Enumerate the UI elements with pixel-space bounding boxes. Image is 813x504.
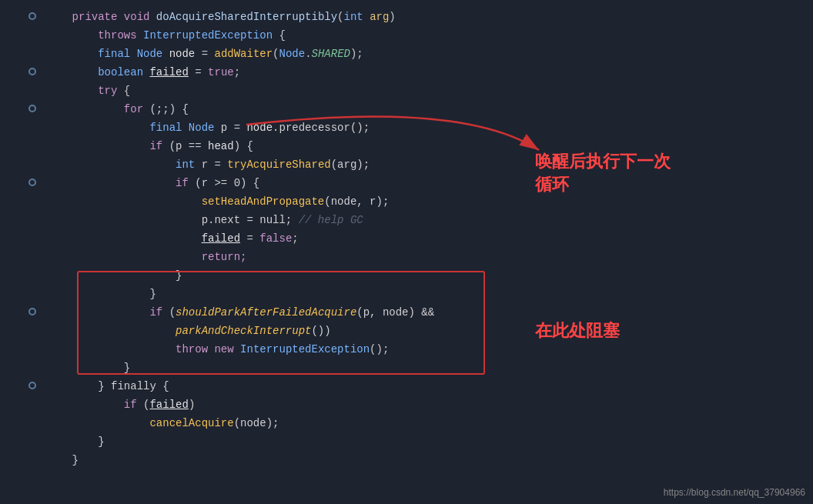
token-ident-underline: failed <box>149 66 188 78</box>
token-comment: // help GC <box>292 214 363 226</box>
gutter-dot <box>28 68 36 75</box>
token-kw: if <box>149 306 162 319</box>
token-kw: void <box>124 11 150 23</box>
token-default-text <box>162 48 169 60</box>
token-kw-blue: int <box>344 11 363 23</box>
code-line: if (shouldParkAfterFailedAcquire(p, node… <box>0 303 813 322</box>
code-content: for (;;) { <box>42 101 813 118</box>
gutter-dot <box>28 105 36 112</box>
token-ident: head <box>208 140 234 152</box>
token-punct: ; <box>234 66 240 78</box>
token-kw: throws <box>98 29 136 42</box>
code-content: final Node node = addWaiter(Node.SHARED)… <box>42 45 813 62</box>
code-content: } <box>42 433 813 450</box>
token-punct: ( <box>337 11 343 23</box>
token-punct: (); <box>370 343 389 355</box>
token-class-name: InterruptedException <box>143 29 273 42</box>
token-kw-blue: boolean <box>98 66 143 78</box>
code-content: } finally { <box>42 378 813 395</box>
code-line: } <box>0 359 813 377</box>
token-default-text: (node, r); <box>324 195 389 208</box>
token-default-text <box>234 343 240 355</box>
code-content: setHeadAndPropagate(node, r); <box>42 193 813 210</box>
token-class-name: Node <box>189 122 215 134</box>
code-content: final Node p = node.predecessor(); <box>42 119 813 136</box>
token-default-text: } <box>124 362 130 374</box>
token-default-text: r = <box>195 159 227 171</box>
token-default-text: } finally { <box>98 380 169 392</box>
code-line: } <box>0 285 813 303</box>
code-line: return; <box>0 248 813 266</box>
token-default-text: (arg); <box>331 159 370 171</box>
token-default-text: } <box>98 436 104 448</box>
token-default-text: (;;) { <box>143 103 189 115</box>
token-punct: ); <box>350 48 363 60</box>
code-line: throw new InterruptedException(); <box>0 340 813 359</box>
token-kw-blue: final <box>98 48 130 60</box>
token-default-text: (p, node) && <box>356 306 434 319</box>
token-default-text: = <box>189 66 208 78</box>
token-method: addWaiter <box>214 48 273 60</box>
code-content: throws InterruptedException { <box>42 27 813 44</box>
code-content: private void doAcquireSharedInterruptibl… <box>42 8 813 25</box>
token-default-text: } <box>176 269 182 282</box>
token-kw: for <box>124 103 143 115</box>
token-kw: private <box>72 11 118 23</box>
token-default-text: } <box>72 454 79 466</box>
token-param: arg <box>370 11 389 23</box>
code-content: try { <box>42 82 813 99</box>
token-default-text: p = <box>214 122 246 134</box>
code-content: if (shouldParkAfterFailedAcquire(p, node… <box>42 304 813 321</box>
token-default-text: (node); <box>234 417 279 429</box>
code-content: } <box>42 285 813 302</box>
gutter-dot-container <box>0 68 42 75</box>
token-method: setHeadAndPropagate <box>202 195 325 208</box>
code-line: setHeadAndPropagate(node, r); <box>0 192 813 211</box>
token-default-text: } <box>149 288 156 300</box>
token-kw: new <box>214 343 233 355</box>
gutter-dot-container <box>0 105 42 112</box>
code-line: try { <box>0 82 813 100</box>
gutter-dot <box>28 308 36 315</box>
code-line: boolean failed = true; <box>0 63 813 82</box>
token-default-text <box>182 122 188 134</box>
token-default-text: ()) <box>311 325 330 337</box>
code-content: if (failed) <box>42 396 813 413</box>
code-content: } <box>42 452 813 469</box>
code-line: private void doAcquireSharedInterruptibl… <box>0 8 813 26</box>
code-line: } finally { <box>0 377 813 396</box>
token-punct: { <box>117 85 130 97</box>
code-line: } <box>0 266 813 285</box>
token-method: tryAcquireShared <box>227 159 330 171</box>
token-kw: if <box>124 399 137 411</box>
token-ident: node <box>246 122 273 134</box>
code-line: final Node p = node.predecessor(); <box>0 118 813 137</box>
code-area: private void doAcquireSharedInterruptibl… <box>0 0 813 504</box>
gutter-dot <box>28 179 36 186</box>
token-kw: if <box>149 140 162 152</box>
token-default-text: ) { <box>234 140 253 152</box>
token-class-name: Node <box>279 48 306 60</box>
code-line: int r = tryAcquireShared(arg); <box>0 155 813 174</box>
code-line: if (p == head) { <box>0 137 813 155</box>
token-default-text: ) <box>189 399 195 411</box>
token-class-name: Node <box>137 48 163 60</box>
token-kw: throw <box>176 343 208 355</box>
token-punct: { <box>273 29 286 42</box>
code-content: } <box>42 359 813 376</box>
token-ident: node <box>169 48 196 60</box>
token-method-italic: parkAndCheckInterrupt <box>176 325 311 337</box>
token-kw-blue: final <box>149 122 182 134</box>
code-line: } <box>0 432 813 451</box>
token-punct: ; <box>292 232 298 245</box>
code-line: for (;;) { <box>0 100 813 118</box>
code-line: cancelAcquire(node); <box>0 414 813 432</box>
token-default-text: (p == <box>162 140 208 152</box>
code-line: } <box>0 451 813 469</box>
code-content: } <box>42 267 813 284</box>
code-content: throw new InterruptedException(); <box>42 341 813 358</box>
token-method: cancelAcquire <box>149 417 233 429</box>
code-content: if (r >= 0) { <box>42 175 813 192</box>
code-line: parkAndCheckInterrupt()) <box>0 322 813 340</box>
code-content: int r = tryAcquireShared(arg); <box>42 156 813 173</box>
